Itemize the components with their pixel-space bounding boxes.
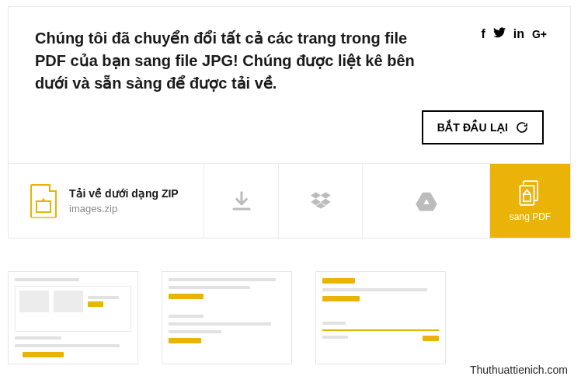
zip-file-icon	[30, 184, 57, 218]
dropbox-icon	[309, 190, 332, 213]
dropbox-button[interactable]	[279, 164, 363, 238]
restart-label: BẮT ĐẦU LẠI	[437, 121, 508, 134]
headline-text: Chúng tôi đã chuyển đổi tất cả các trang…	[35, 27, 439, 95]
google-drive-button[interactable]	[363, 164, 490, 238]
zip-title: Tải về dưới dạng ZIP	[69, 187, 179, 200]
facebook-icon[interactable]: f	[481, 27, 485, 41]
card-header: Chúng tôi đã chuyển đổi tất cả các trang…	[9, 7, 570, 110]
download-button[interactable]	[204, 164, 279, 238]
zip-info-cell[interactable]: Tải về dưới dạng ZIP images.zip	[9, 164, 204, 238]
restart-row: BẮT ĐẦU LẠI	[9, 110, 570, 163]
thumbnails-row	[0, 239, 588, 364]
result-card: Chúng tôi đã chuyển đổi tất cả các trang…	[8, 6, 571, 239]
restart-button[interactable]: BẮT ĐẦU LẠI	[422, 110, 544, 145]
zip-text: Tải về dưới dạng ZIP images.zip	[69, 187, 179, 214]
google-drive-icon	[415, 190, 438, 213]
page-thumbnail[interactable]	[315, 271, 446, 364]
pdf-convert-icon	[519, 180, 542, 207]
zip-filename: images.zip	[69, 203, 179, 214]
reload-icon	[516, 121, 528, 134]
actions-row: Tải về dưới dạng ZIP images.zip sang PDF	[9, 163, 570, 238]
social-share-row: f in G+	[481, 27, 547, 41]
page-thumbnail[interactable]	[8, 271, 138, 364]
twitter-icon[interactable]	[493, 27, 506, 41]
download-icon	[230, 190, 253, 213]
convert-pdf-button[interactable]: sang PDF	[490, 164, 570, 238]
convert-label: sang PDF	[510, 211, 551, 222]
linkedin-icon[interactable]: in	[513, 27, 524, 41]
googleplus-icon[interactable]: G+	[532, 28, 547, 40]
page-thumbnail[interactable]	[162, 271, 292, 364]
watermark-text: Thuthuattienich.com	[470, 364, 568, 376]
